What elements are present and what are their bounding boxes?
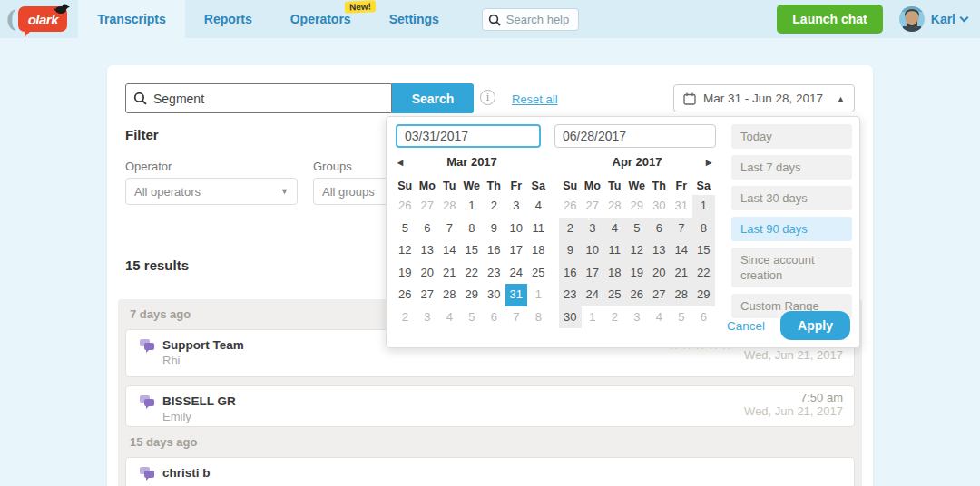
day-cell[interactable]: 28 — [603, 195, 626, 218]
day-cell[interactable]: 23 — [559, 284, 582, 306]
day-cell[interactable]: 18 — [603, 262, 626, 285]
day-cell[interactable]: 15 — [692, 239, 715, 262]
day-cell[interactable]: 8 — [527, 306, 550, 329]
day-cell[interactable]: 5 — [394, 218, 416, 240]
day-cell[interactable]: 1 — [582, 306, 604, 329]
day-cell[interactable]: 1 — [692, 195, 715, 218]
tab-settings[interactable]: Settings — [370, 0, 458, 38]
info-icon[interactable]: i — [480, 90, 495, 105]
chevron-down-icon[interactable] — [960, 14, 969, 23]
avatar[interactable] — [899, 6, 925, 32]
day-cell[interactable]: 27 — [648, 284, 671, 306]
day-cell[interactable]: 25 — [603, 284, 626, 306]
day-cell[interactable]: 8 — [461, 218, 484, 240]
olark-logo[interactable]: ( olark — [5, 5, 67, 33]
day-cell[interactable]: 9 — [559, 239, 582, 262]
search-button[interactable]: Search — [392, 83, 474, 113]
day-cell[interactable]: 6 — [416, 218, 439, 240]
day-cell[interactable]: 13 — [416, 239, 439, 262]
day-cell[interactable]: 12 — [626, 239, 649, 262]
day-cell[interactable]: 6 — [648, 218, 671, 240]
day-cell[interactable]: 3 — [626, 306, 649, 329]
reset-all-link[interactable]: Reset all — [512, 92, 558, 106]
transcript-row[interactable]: BISSELL GREmily7:50 amWed, Jun 21, 2017 — [125, 385, 855, 427]
day-cell[interactable]: 26 — [626, 284, 649, 306]
start-date-input[interactable] — [396, 124, 541, 148]
day-cell[interactable]: 3 — [416, 306, 439, 329]
operator-select[interactable]: All operators ▼ — [125, 178, 298, 205]
day-cell[interactable]: 12 — [394, 239, 416, 262]
day-cell[interactable]: 4 — [438, 306, 461, 329]
day-cell[interactable]: 9 — [483, 218, 505, 240]
tab-operators[interactable]: OperatorsNew! — [271, 0, 370, 38]
day-cell[interactable]: 2 — [559, 218, 582, 240]
preset-since-account-creation[interactable]: Since account creation — [731, 248, 852, 287]
day-cell[interactable]: 14 — [438, 239, 461, 262]
day-cell[interactable]: 27 — [416, 284, 439, 306]
day-cell[interactable]: 29 — [626, 195, 649, 218]
day-cell[interactable]: 7 — [671, 218, 693, 240]
day-cell[interactable]: 10 — [582, 239, 604, 262]
tab-transcripts[interactable]: Transcripts — [78, 0, 184, 38]
preset-last-7-days[interactable]: Last 7 days — [731, 155, 852, 180]
preset-last-30-days[interactable]: Last 30 days — [731, 186, 852, 210]
cancel-button[interactable]: Cancel — [727, 319, 765, 333]
day-cell[interactable]: 1 — [527, 284, 550, 306]
day-cell[interactable]: 2 — [394, 306, 416, 329]
day-cell[interactable]: 28 — [671, 284, 693, 306]
day-cell[interactable]: 13 — [648, 239, 671, 262]
day-cell[interactable]: 5 — [461, 306, 484, 329]
day-cell[interactable]: 23 — [483, 262, 505, 285]
day-cell[interactable]: 15 — [461, 239, 484, 262]
day-cell[interactable]: 30 — [483, 284, 505, 306]
day-cell[interactable]: 6 — [692, 306, 715, 329]
day-cell[interactable]: 29 — [692, 284, 715, 306]
prev-month-icon[interactable]: ◂ — [397, 156, 403, 169]
day-cell[interactable]: 31 — [671, 195, 693, 218]
day-cell[interactable]: 16 — [483, 239, 505, 262]
day-cell[interactable]: 21 — [671, 262, 693, 285]
day-cell[interactable]: 4 — [603, 218, 626, 240]
day-cell[interactable]: 7 — [438, 218, 461, 240]
day-cell[interactable]: 28 — [438, 284, 461, 306]
day-cell[interactable]: 4 — [527, 195, 550, 218]
day-cell[interactable]: 24 — [505, 262, 528, 285]
day-cell[interactable]: 11 — [603, 239, 626, 262]
day-cell[interactable]: 21 — [438, 262, 461, 285]
day-cell[interactable]: 29 — [461, 284, 484, 306]
user-menu[interactable]: Karl — [931, 12, 956, 26]
day-cell[interactable]: 2 — [603, 306, 626, 329]
day-cell[interactable]: 7 — [505, 306, 528, 329]
transcript-search-input[interactable] — [125, 83, 392, 113]
day-cell[interactable]: 30 — [648, 195, 671, 218]
tab-reports[interactable]: Reports — [185, 0, 271, 38]
preset-today[interactable]: Today — [731, 124, 852, 149]
day-cell[interactable]: 16 — [559, 262, 582, 285]
day-cell[interactable]: 1 — [461, 195, 484, 218]
transcript-row[interactable]: christi b — [125, 457, 855, 486]
preset-last-90-days[interactable]: Last 90 days — [731, 217, 852, 241]
day-cell[interactable]: 5 — [626, 218, 649, 240]
day-cell[interactable]: 8 — [692, 218, 715, 240]
day-cell[interactable]: 17 — [582, 262, 604, 285]
day-cell[interactable]: 20 — [648, 262, 671, 285]
day-cell[interactable]: 22 — [461, 262, 484, 285]
day-cell[interactable]: 27 — [582, 195, 604, 218]
day-cell[interactable]: 5 — [671, 306, 693, 329]
end-date-input[interactable] — [554, 124, 716, 148]
day-cell[interactable]: 26 — [394, 284, 416, 306]
date-range-button[interactable]: Mar 31 - Jun 28, 2017 ▲ — [673, 84, 855, 112]
day-cell[interactable]: 17 — [505, 239, 528, 262]
day-cell[interactable]: 18 — [527, 239, 550, 262]
day-cell[interactable]: 26 — [394, 195, 416, 218]
day-cell[interactable]: 30 — [559, 306, 582, 329]
day-cell[interactable]: 10 — [505, 218, 528, 240]
apply-button[interactable]: Apply — [780, 311, 850, 340]
day-cell[interactable]: 3 — [505, 195, 528, 218]
day-cell[interactable]: 3 — [582, 218, 604, 240]
next-month-icon[interactable]: ▸ — [706, 156, 711, 169]
day-cell[interactable]: 19 — [626, 262, 649, 285]
launch-chat-button[interactable]: Launch chat — [777, 5, 882, 34]
day-cell[interactable]: 19 — [394, 262, 416, 285]
day-cell[interactable]: 22 — [692, 262, 715, 285]
